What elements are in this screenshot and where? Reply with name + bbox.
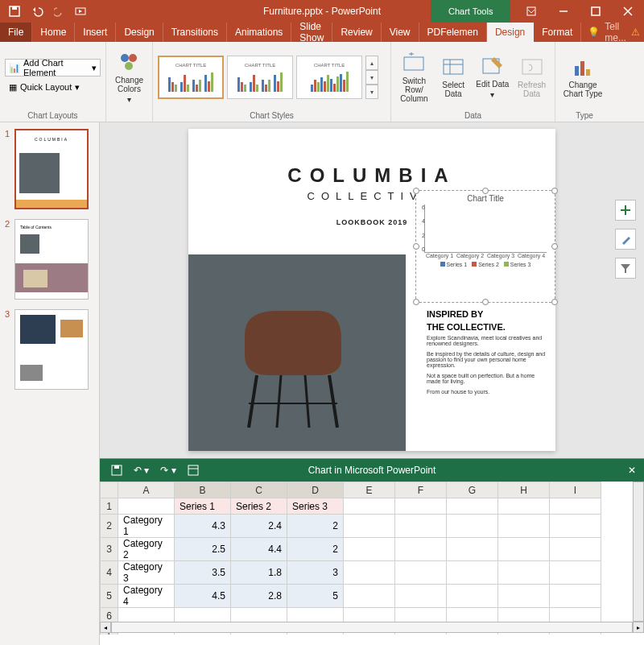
add-chart-element-button[interactable]: 📊Add Chart Element▾	[5, 59, 101, 76]
cell[interactable]	[498, 538, 550, 561]
select-all-cell[interactable]	[101, 482, 118, 498]
undo-icon[interactable]: ↶ ▾	[134, 465, 149, 476]
gallery-down-button[interactable]: ▾	[365, 70, 378, 85]
edit-data-button[interactable]: Edit Data▾	[475, 47, 511, 108]
cell[interactable]	[498, 561, 550, 585]
slide-thumb-3[interactable]	[14, 309, 89, 390]
cell[interactable]	[395, 561, 447, 585]
row-header[interactable]: 3	[101, 538, 118, 561]
cell[interactable]	[550, 515, 601, 538]
quick-layout-button[interactable]: ▦Quick Layout▾	[5, 78, 101, 96]
chart-filters-button[interactable]	[615, 258, 636, 279]
cell[interactable]: Category 2	[118, 538, 175, 561]
ribbon-options-icon[interactable]	[515, 0, 547, 23]
slide-thumb-1[interactable]: COLUMBIA	[14, 129, 89, 209]
switch-row-column-button[interactable]: Switch Row/ Column	[396, 47, 432, 108]
cell[interactable]	[118, 498, 175, 515]
cell[interactable]	[344, 538, 395, 561]
col-header[interactable]: B	[175, 482, 231, 498]
col-header[interactable]: F	[395, 482, 447, 498]
cell[interactable]: Series 3	[287, 498, 344, 515]
cell[interactable]	[395, 538, 447, 561]
cell[interactable]	[447, 515, 498, 538]
select-data-button[interactable]: Select Data	[436, 47, 472, 108]
cell[interactable]: 2.8	[231, 585, 287, 608]
tab-animations[interactable]: Animations	[227, 23, 291, 42]
chart-styles-button[interactable]	[615, 229, 636, 250]
cell[interactable]: 3	[287, 561, 344, 585]
cell[interactable]	[447, 498, 498, 515]
slide-body-text[interactable]: INSPIRED BY THE COLLECTIVE. Explore Scan…	[427, 309, 547, 399]
chart-style-3[interactable]: CHART TITLE	[296, 56, 362, 99]
cell[interactable]: Category 3	[118, 561, 175, 585]
gallery-up-button[interactable]: ▴	[365, 56, 378, 70]
cell[interactable]	[550, 585, 601, 608]
undo-icon[interactable]	[29, 3, 45, 19]
cell[interactable]	[498, 585, 550, 608]
col-header[interactable]: G	[447, 482, 498, 498]
cell[interactable]	[344, 498, 395, 515]
cell[interactable]	[550, 538, 601, 561]
scroll-left-button[interactable]: ◂	[100, 622, 111, 633]
sheet-settings-icon[interactable]	[188, 465, 199, 476]
save-icon[interactable]	[6, 3, 23, 19]
cell[interactable]: 1.8	[231, 561, 287, 585]
slide-title[interactable]: COLUMBIA	[188, 164, 555, 187]
chart-object[interactable]: Chart Title 6420 Category 1Category 2Cat…	[415, 190, 555, 303]
tell-me-search[interactable]: 💡 Tell me... ⚠	[581, 23, 644, 42]
cell[interactable]	[447, 538, 498, 561]
row-header[interactable]: 1	[101, 498, 118, 515]
data-grid[interactable]: A B C D E F G H I 1Series 1Series 2Serie…	[100, 482, 601, 635]
cell[interactable]	[447, 585, 498, 608]
cell[interactable]: 2	[287, 538, 344, 561]
cell[interactable]: 4.4	[231, 538, 287, 561]
tab-home[interactable]: Home	[32, 23, 75, 42]
redo-icon[interactable]	[52, 3, 68, 19]
datasheet-close-icon[interactable]: ✕	[628, 465, 636, 476]
change-chart-type-button[interactable]: Change Chart Type	[560, 47, 605, 108]
chart-style-2[interactable]: CHART TITLE	[227, 56, 293, 99]
cell[interactable]: 3.5	[175, 561, 231, 585]
cell[interactable]	[498, 515, 550, 538]
tab-pdf[interactable]: PDFelemen	[419, 23, 487, 42]
chart-legend[interactable]: Series 1 Series 2 Series 3	[416, 262, 555, 267]
cell[interactable]	[550, 498, 601, 515]
slide-thumb-2[interactable]: Table of Contents	[14, 219, 89, 300]
cell[interactable]	[344, 515, 395, 538]
minimize-icon[interactable]	[547, 0, 580, 23]
tab-transitions[interactable]: Transitions	[163, 23, 227, 42]
maximize-icon[interactable]	[580, 0, 612, 23]
col-header[interactable]: H	[498, 482, 550, 498]
tab-insert[interactable]: Insert	[75, 23, 116, 42]
refresh-data-button[interactable]: Refresh Data	[514, 47, 550, 108]
cell[interactable]: Series 2	[231, 498, 287, 515]
chart-style-1[interactable]: CHART TITLE	[158, 56, 224, 99]
col-header[interactable]: D	[287, 482, 344, 498]
cell[interactable]: 2.5	[175, 538, 231, 561]
cell[interactable]: Series 1	[175, 498, 231, 515]
redo-icon[interactable]: ↷ ▾	[160, 465, 175, 476]
horizontal-scrollbar[interactable]: ◂ ▸	[100, 622, 644, 633]
row-header[interactable]: 4	[101, 561, 118, 585]
cell[interactable]	[550, 561, 601, 585]
slide-canvas[interactable]: COLUMBIA COLLECTIVE LOOKBOOK 2019 INSPIR…	[100, 122, 644, 645]
col-header[interactable]: C	[231, 482, 287, 498]
tab-chart-format[interactable]: Format	[534, 23, 581, 42]
cell[interactable]: Category 4	[118, 585, 175, 608]
chart-plot-area[interactable]: 6420	[424, 205, 547, 253]
start-from-beginning-icon[interactable]	[74, 3, 90, 19]
save-icon[interactable]	[111, 465, 122, 476]
cell[interactable]	[447, 561, 498, 585]
tab-file[interactable]: File	[0, 23, 32, 42]
cell[interactable]	[395, 515, 447, 538]
cell[interactable]	[395, 498, 447, 515]
cell[interactable]: 5	[287, 585, 344, 608]
cell[interactable]	[344, 585, 395, 608]
row-header[interactable]: 5	[101, 585, 118, 608]
col-header[interactable]: I	[550, 482, 601, 498]
tab-design-main[interactable]: Design	[116, 23, 163, 42]
cell[interactable]	[344, 561, 395, 585]
tab-view[interactable]: View	[382, 23, 419, 42]
close-icon[interactable]	[612, 0, 644, 23]
cell[interactable]: 4.5	[175, 585, 231, 608]
